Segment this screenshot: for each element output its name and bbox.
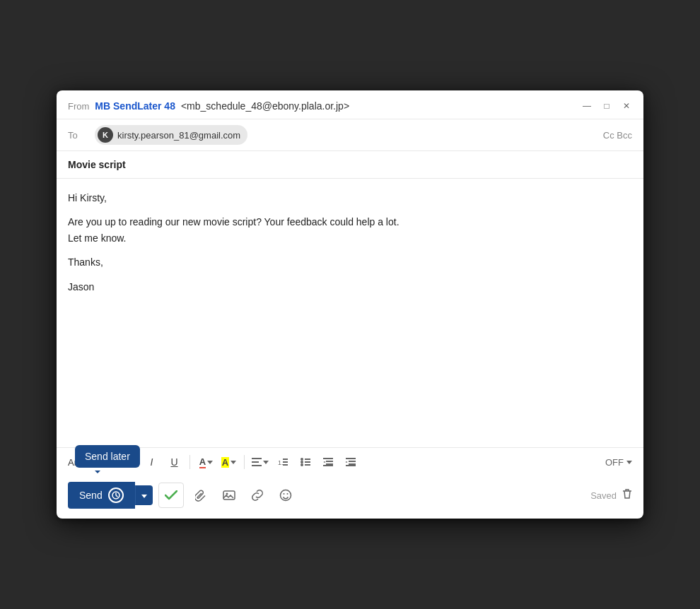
email-body[interactable]: Hi Kirsty, Are you up to reading our new… [57,179,643,447]
svg-point-25 [283,493,284,495]
svg-rect-1 [252,461,259,463]
off-toggle[interactable]: OFF [605,457,632,468]
svg-rect-0 [252,458,262,459]
svg-rect-13 [323,458,333,459]
decrease-indent-button[interactable] [318,452,338,472]
recipient-avatar: K [98,127,113,143]
svg-point-26 [286,493,288,495]
sender-name: MB SendLater 48 [95,100,175,112]
emoji-icon[interactable] [274,484,297,507]
svg-rect-2 [252,465,262,466]
send-dropdown-button[interactable] [135,485,153,505]
italic-button[interactable]: I [141,452,161,472]
check-button[interactable] [158,483,184,508]
action-bar: Send later Send [57,476,643,519]
link-icon[interactable] [246,484,269,507]
body-closing: Thanks, [68,254,632,270]
font-color-button[interactable]: A [196,452,216,472]
svg-rect-19 [349,463,356,465]
ordered-list-button[interactable]: 1. [273,452,293,472]
window-controls: — □ ✕ [581,100,632,112]
to-row: To K kirsty.pearson_81@gmail.com Cc Bcc [57,119,643,151]
send-button[interactable]: Send [68,482,135,509]
svg-rect-15 [326,463,333,465]
saved-label: Saved [590,488,632,502]
svg-rect-18 [349,461,356,462]
svg-rect-11 [305,461,310,463]
send-button-group: Send later Send [68,482,153,509]
to-label: To [68,130,89,141]
align-button[interactable] [250,452,270,472]
compose-window: From MB SendLater 48 <mb_schedule_48@ebo… [57,90,643,519]
send-later-tooltip: Send later [75,445,140,468]
svg-point-7 [301,458,303,461]
svg-rect-4 [283,459,288,460]
send-clock-icon [108,487,124,503]
maximize-button[interactable]: □ [601,100,612,112]
greeting: Hi Kirsty, [68,190,632,206]
minimize-button[interactable]: — [581,100,593,112]
cc-bcc-button[interactable]: Cc Bcc [603,130,632,141]
svg-rect-16 [323,465,333,466]
body-paragraph1: Are you up to reading our new movie scri… [68,214,632,246]
formatting-toolbar: Arial 10 B I U A A [57,447,643,476]
svg-rect-20 [346,465,356,466]
title-bar-left: From MB SendLater 48 <mb_schedule_48@ebo… [68,100,349,112]
svg-rect-17 [346,458,356,459]
toolbar-separator-2 [244,455,245,469]
svg-rect-5 [283,461,288,463]
svg-rect-6 [283,464,288,466]
signature: Jason [68,279,632,295]
close-button[interactable]: ✕ [621,100,632,112]
unordered-list-button[interactable] [296,452,315,472]
toolbar-separator-1 [189,455,190,469]
svg-point-9 [301,463,303,466]
attachment-icon[interactable] [189,484,212,507]
underline-button[interactable]: U [164,452,184,472]
svg-rect-14 [326,461,333,462]
delete-button[interactable] [622,488,632,502]
subject-row: Movie script [57,151,643,179]
svg-text:1.: 1. [278,459,284,466]
recipient-email: kirsty.pearson_81@gmail.com [117,130,240,141]
svg-point-8 [301,461,303,463]
sender-email: <mb_schedule_48@ebony.plala.or.jp> [181,100,349,112]
highlight-color-button[interactable]: A [218,452,238,472]
recipient-chip[interactable]: K kirsty.pearson_81@gmail.com [95,125,247,145]
title-bar: From MB SendLater 48 <mb_schedule_48@ebo… [57,90,643,119]
svg-rect-10 [305,459,310,460]
from-label: From [68,101,89,112]
image-icon[interactable] [218,484,240,507]
svg-rect-12 [305,464,310,466]
increase-indent-button[interactable] [341,452,361,472]
subject-text: Movie script [68,159,126,170]
